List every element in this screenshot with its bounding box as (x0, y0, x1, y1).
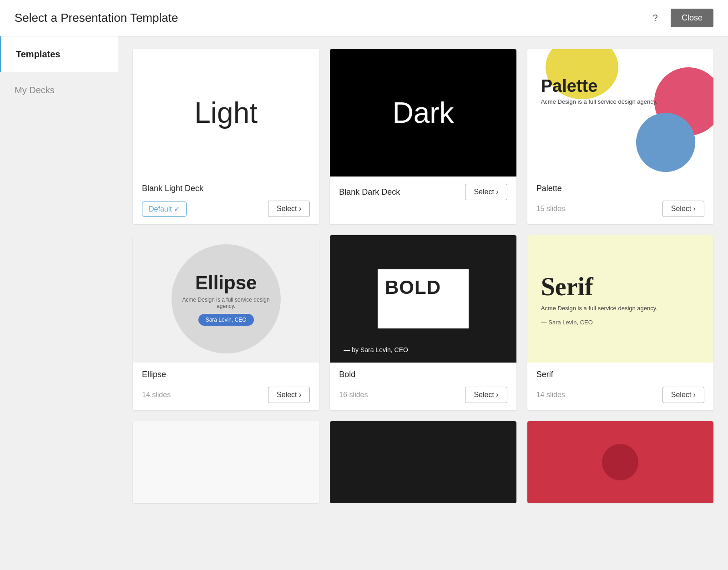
default-badge: Default ✓ (142, 202, 187, 217)
bold-preview-title: BOLD (385, 277, 441, 298)
template-card-bold: BOLD — by Sara Levin, CEO Bold 16 slides… (330, 235, 516, 410)
serif-author: — Sara Levin, CEO (541, 319, 700, 326)
template-info-palette: Palette (527, 177, 713, 201)
preview-partial-dark (330, 421, 516, 503)
preview-partial-colorful (527, 421, 713, 503)
template-name-blank-dark: Blank Dark Deck (339, 187, 400, 197)
template-name-ellipse: Ellipse (142, 370, 166, 379)
palette-title: Palette (541, 76, 598, 96)
template-info-bold: Bold (330, 363, 516, 387)
template-preview-dark: Dark (330, 49, 516, 177)
sidebar-item-my-decks[interactable]: My Decks (0, 72, 118, 108)
template-info-serif: Serif (527, 363, 713, 387)
ellipse-badge: Sara Levin, CEO (198, 314, 254, 326)
slides-count-bold: 16 slides (339, 391, 368, 399)
close-button[interactable]: Close (671, 9, 713, 27)
select-button-ellipse[interactable]: Select › (268, 387, 310, 403)
template-card-blank-light: Light Blank Light Deck Default ✓ Select … (133, 49, 319, 224)
template-card-blank-dark: Dark Blank Dark Deck Select › (330, 49, 516, 224)
template-actions-bold: 16 slides Select › (330, 387, 516, 410)
template-actions-ellipse: 14 slides Select › (133, 387, 319, 410)
palette-blue-blob (636, 113, 695, 172)
header-actions: ? Close (647, 9, 713, 27)
templates-grid: Light Blank Light Deck Default ✓ Select … (133, 49, 713, 503)
template-meta-blank-dark: Blank Dark Deck Select › (339, 184, 507, 200)
template-card-palette: Palette Acme Design is a full service de… (527, 49, 713, 224)
template-actions-serif: 14 slides Select › (527, 387, 713, 410)
dialog-body: Templates My Decks Light Blank Light Dec… (0, 36, 728, 570)
palette-subtitle: Acme Design is a full service design age… (541, 98, 657, 105)
template-info-ellipse: Ellipse (133, 363, 319, 387)
template-actions-blank-light: Default ✓ Select › (133, 201, 319, 224)
sidebar: Templates My Decks (0, 36, 118, 570)
preview-light-text: Light (194, 96, 258, 130)
select-button-blank-dark[interactable]: Select › (465, 184, 507, 200)
template-card-partial-2 (330, 421, 516, 503)
template-info-blank-dark: Blank Dark Deck Select › (330, 177, 516, 207)
ellipse-subtitle: Acme Design is a full service design age… (172, 297, 281, 309)
dialog-title: Select a Presentation Template (15, 11, 178, 25)
template-preview-palette: Palette Acme Design is a full service de… (527, 49, 713, 177)
template-card-partial-1 (133, 421, 319, 503)
serif-preview-title: Serif (541, 272, 700, 301)
template-preview-bold: BOLD — by Sara Levin, CEO (330, 235, 516, 363)
dialog-header: Select a Presentation Template ? Close (0, 0, 728, 36)
bold-box: BOLD (378, 269, 469, 328)
serif-subtitle: Acme Design is a full service design age… (541, 305, 700, 312)
preview-partial-light (133, 421, 319, 503)
ellipse-preview-title: Ellipse (195, 272, 257, 294)
help-button[interactable]: ? (647, 10, 663, 26)
template-info-blank-light: Blank Light Deck (133, 177, 319, 201)
select-button-serif[interactable]: Select › (662, 387, 704, 403)
main-content: Light Blank Light Deck Default ✓ Select … (118, 36, 728, 570)
template-preview-serif: Serif Acme Design is a full service desi… (527, 235, 713, 363)
template-name-blank-light: Blank Light Deck (142, 184, 203, 193)
ellipse-circle: Ellipse Acme Design is a full service de… (172, 244, 281, 353)
template-name-bold: Bold (339, 370, 355, 379)
slides-count-ellipse: 14 slides (142, 391, 171, 399)
template-name-palette: Palette (536, 184, 562, 193)
template-meta-palette: Palette (536, 184, 704, 193)
template-card-partial-3 (527, 421, 713, 503)
select-button-bold[interactable]: Select › (465, 387, 507, 403)
template-card-ellipse: Ellipse Acme Design is a full service de… (133, 235, 319, 410)
select-template-dialog: Select a Presentation Template ? Close T… (0, 0, 728, 570)
slides-count-serif: 14 slides (536, 391, 565, 399)
bold-author: — by Sara Levin, CEO (344, 346, 408, 353)
preview-dark-text: Dark (392, 96, 454, 130)
template-name-serif: Serif (536, 370, 553, 379)
select-button-palette[interactable]: Select › (662, 201, 704, 217)
template-preview-light: Light (133, 49, 319, 177)
sidebar-item-templates[interactable]: Templates (0, 36, 118, 72)
slides-count-palette: 15 slides (536, 205, 565, 213)
template-actions-palette: 15 slides Select › (527, 201, 713, 224)
template-card-serif: Serif Acme Design is a full service desi… (527, 235, 713, 410)
partial-person-silhouette (602, 444, 638, 480)
select-button-blank-light[interactable]: Select › (268, 201, 310, 217)
template-preview-ellipse: Ellipse Acme Design is a full service de… (133, 235, 319, 363)
